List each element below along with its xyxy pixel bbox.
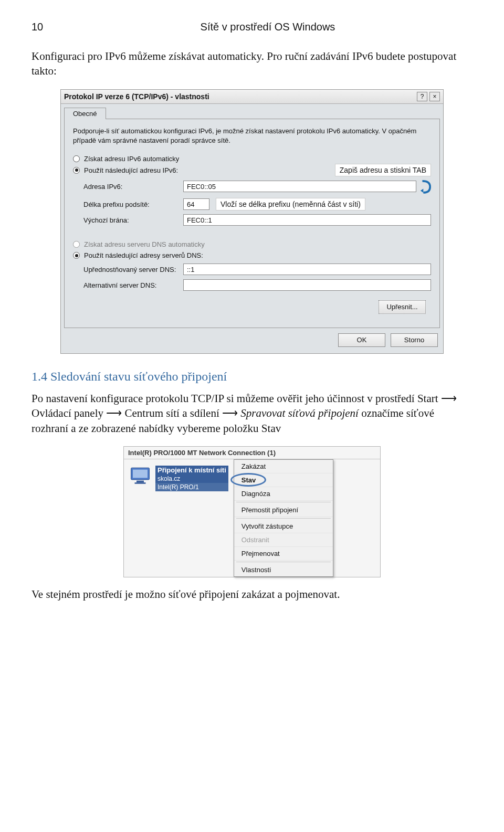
- connection-domain: skola.cz: [155, 475, 228, 483]
- section-paragraph: Po nastavení konfigurace protokolu TCP/I…: [32, 391, 472, 436]
- input-preferred-dns[interactable]: ::1: [183, 264, 431, 275]
- menu-vlastnosti[interactable]: Vlastnosti: [234, 563, 333, 576]
- footer-paragraph: Ve stejném prostředí je možno síťové při…: [32, 587, 472, 602]
- radio-auto-dns-label: Získat adresu serveru DNS automaticky: [84, 240, 205, 248]
- menu-zastupce[interactable]: Vytvořit zástupce: [234, 520, 333, 533]
- intro-paragraph: Konfiguraci pro IPv6 můžeme získávat aut…: [32, 49, 472, 79]
- label-preferred-dns: Upřednostňovaný server DNS:: [73, 266, 183, 273]
- page-number: 10: [32, 21, 63, 33]
- menu-prejmenovat[interactable]: Přejmenovat: [234, 547, 333, 561]
- label-alternate-dns: Alternativní server DNS:: [73, 281, 183, 289]
- menu-diagnoza[interactable]: Diagnóza: [234, 487, 333, 501]
- adapter-title: Intel(R) PRO/1000 MT Network Connection …: [124, 447, 380, 459]
- menu-separator: [236, 518, 331, 519]
- radio-auto-address[interactable]: [73, 155, 80, 162]
- connection-name: Připojení k místní síti: [155, 466, 228, 475]
- monitor-icon: [129, 466, 151, 486]
- input-default-gateway[interactable]: FEC0::1: [183, 214, 431, 226]
- radio-auto-address-label: Získat adresu IPv6 automaticky: [84, 155, 179, 163]
- radio-manual-dns[interactable]: [73, 252, 80, 259]
- curved-arrow-icon: [419, 178, 431, 194]
- menu-zakazat[interactable]: Zakázat: [234, 460, 333, 473]
- section-heading: 1.4 Sledování stavu síťového připojení: [32, 370, 472, 384]
- label-prefix-length: Délka prefixu podsítě:: [73, 201, 183, 208]
- tab-general[interactable]: Obecné: [64, 108, 106, 119]
- connection-adapter: Intel(R) PRO/1: [155, 483, 228, 491]
- network-connection-window: Intel(R) PRO/1000 MT Network Connection …: [123, 446, 381, 577]
- context-menu: Zakázat Stav Diagnóza Přemostit připojen…: [234, 459, 333, 577]
- menu-separator: [236, 502, 331, 502]
- ok-button[interactable]: OK: [338, 333, 385, 347]
- dialog-title: Protokol IP verze 6 (TCP/IPv6) - vlastno…: [64, 92, 415, 101]
- help-button[interactable]: ?: [417, 92, 427, 101]
- menu-premostit[interactable]: Přemostit připojení: [234, 503, 333, 517]
- input-ipv6-address[interactable]: FEC0::05: [183, 181, 416, 192]
- radio-manual-dns-label: Použít následující adresy serverů DNS:: [84, 251, 203, 259]
- radio-auto-dns: [73, 241, 80, 248]
- svg-rect-2: [136, 481, 144, 483]
- page-header-title: Sítě v prostředí OS Windows: [63, 21, 472, 33]
- note-address: Zapiš adresu a stiskni TAB: [335, 164, 431, 176]
- advanced-button[interactable]: Upřesnit...: [379, 300, 426, 314]
- label-ipv6-address: Adresa IPv6:: [73, 183, 183, 191]
- menu-odstranit: Odstranit: [234, 533, 333, 547]
- dialog-description: Podporuje-li síť automatickou konfigurac…: [73, 127, 431, 145]
- label-default-gateway: Výchozí brána:: [73, 216, 183, 224]
- cancel-button[interactable]: Storno: [391, 333, 438, 347]
- ipv6-properties-dialog: Protokol IP verze 6 (TCP/IPv6) - vlastno…: [60, 89, 444, 354]
- note-prefix: Vloží se délka prefixu (neměnná část v s…: [216, 198, 365, 210]
- input-prefix-length[interactable]: 64: [183, 198, 209, 210]
- menu-separator: [236, 562, 331, 562]
- radio-manual-address[interactable]: [73, 167, 80, 174]
- svg-rect-1: [133, 470, 148, 478]
- input-alternate-dns[interactable]: [183, 279, 431, 291]
- close-button[interactable]: ×: [429, 92, 440, 101]
- svg-rect-3: [135, 482, 146, 484]
- menu-stav[interactable]: Stav: [234, 473, 333, 487]
- connection-item[interactable]: Připojení k místní síti skola.cz Intel(R…: [124, 459, 234, 577]
- radio-manual-address-label: Použít následující adresu IPv6:: [84, 166, 178, 174]
